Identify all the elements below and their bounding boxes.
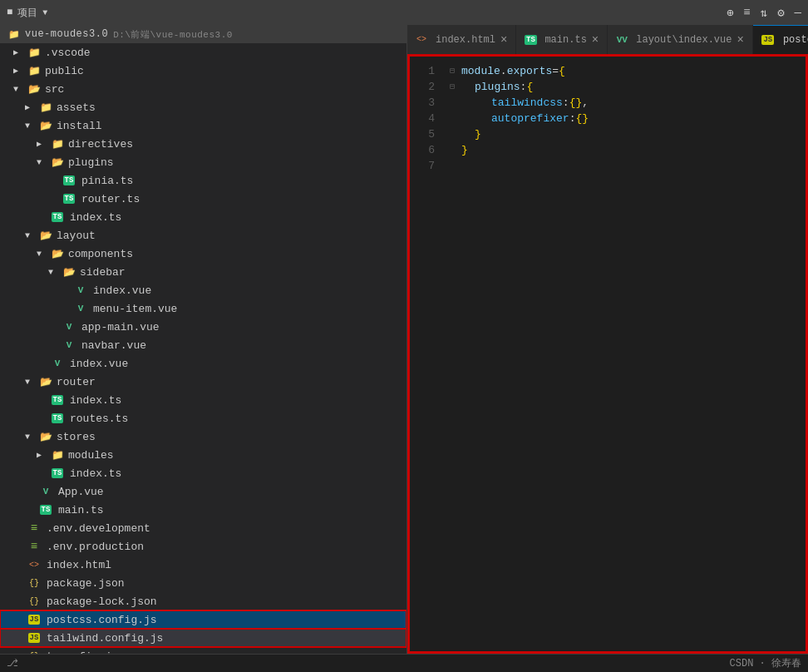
code-line-7: [450, 158, 806, 174]
ts-routes-icon: [50, 411, 65, 426]
tree-item[interactable]: routes.ts: [0, 409, 406, 427]
tree-item[interactable]: layout: [0, 226, 406, 245]
add-icon[interactable]: ⊕: [727, 6, 733, 20]
tree-item[interactable]: .vscode: [0, 43, 406, 62]
tree-item[interactable]: assets: [0, 98, 406, 116]
tree-item[interactable]: modules: [0, 446, 406, 464]
env-dev-icon: [27, 521, 42, 536]
arrow-sidebar: [48, 268, 62, 277]
html-tab-icon: [416, 32, 427, 47]
tree-item[interactable]: sidebar: [0, 263, 406, 281]
folder-components-icon: [50, 246, 65, 261]
json-package-icon: [27, 576, 42, 590]
tree-item[interactable]: package-lock.json: [0, 592, 406, 610]
folder-layout-icon: [38, 228, 53, 243]
arrow-install: [25, 121, 38, 131]
tab-postcss-config-js[interactable]: postcss.config.js ×: [753, 25, 808, 54]
fold-icon-1[interactable]: [450, 63, 461, 79]
code-line-6: }: [450, 142, 806, 158]
fold-icon-2[interactable]: [450, 79, 461, 95]
title-bar-dropdown-icon[interactable]: ▼: [42, 8, 47, 17]
tab-index-html[interactable]: index.html ×: [407, 25, 516, 54]
vue-app-icon: [38, 484, 53, 499]
vue-navbar-icon: [62, 338, 76, 353]
tree-item[interactable]: components: [0, 245, 406, 263]
branding: CSDN · 徐寿春: [730, 656, 801, 670]
tree-item-tailwind[interactable]: tailwind.config.js: [0, 629, 406, 647]
arrow-router: [25, 378, 38, 387]
folder-sidebar-icon: [62, 264, 76, 279]
folder-directives-icon: [50, 136, 65, 151]
html-index-icon: [27, 557, 42, 572]
tab-label-postcss-config-js: postcss.config.js: [783, 34, 808, 46]
code-line-2: plugins: {: [450, 79, 806, 95]
tab-main-ts[interactable]: main.ts ×: [516, 25, 608, 54]
code-line-3: tailwindcss: {},: [450, 95, 806, 111]
code-editor: 1 2 3 4 5 6 7 module.exports = { plugins…: [407, 54, 808, 654]
tree-item[interactable]: public: [0, 62, 406, 80]
tree-item[interactable]: index.ts: [0, 464, 406, 482]
tab-close-layout-index-vue[interactable]: ×: [737, 33, 743, 47]
folder-modules-icon: [50, 447, 65, 462]
settings-icon[interactable]: ⚙: [777, 6, 784, 20]
tab-label-layout-index-vue: layout\index.vue: [636, 34, 732, 46]
title-bar-project-label: 项目: [17, 6, 37, 20]
bottom-bar: ⎇ CSDN · 徐寿春: [0, 654, 808, 672]
split-icon[interactable]: ⇅: [761, 6, 767, 20]
tree-item[interactable]: router.ts: [0, 190, 406, 208]
tree-item[interactable]: index.ts: [0, 208, 406, 226]
tree-item[interactable]: navbar.vue: [0, 336, 406, 354]
tree-item[interactable]: app-main.vue: [0, 318, 406, 336]
arrow-directives: [37, 139, 50, 149]
tree-item[interactable]: stores: [0, 427, 406, 446]
tab-close-index-html[interactable]: ×: [500, 33, 507, 47]
tree-item[interactable]: .env.development: [0, 519, 406, 537]
vue-tab-icon: V: [616, 32, 628, 47]
code-line-4: autoprefixer: {}: [450, 111, 806, 126]
tree-item[interactable]: install: [0, 116, 406, 135]
folder-install-icon: [38, 118, 53, 133]
vue-layout-index-icon: [50, 356, 65, 371]
tab-close-main-ts[interactable]: ×: [592, 33, 599, 47]
json-tsconfig-icon: [27, 649, 42, 654]
arrow-src: [13, 85, 27, 94]
folder-public-icon: [27, 63, 42, 78]
title-bar-icon: ■: [7, 7, 12, 18]
tree-item[interactable]: index.ts: [0, 391, 406, 409]
tree-item-postcss[interactable]: postcss.config.js: [0, 610, 406, 629]
tree-item[interactable]: index.vue: [0, 281, 406, 299]
tree-item[interactable]: .env.production: [0, 537, 406, 556]
tree-item[interactable]: index.html: [0, 556, 406, 574]
tab-bar: index.html × main.ts × V layout\index.vu…: [407, 25, 808, 54]
title-bar-icons: ⊕ ≡ ⇅ ⚙ —: [727, 6, 801, 20]
tree-item[interactable]: tsconfig.json: [0, 647, 406, 654]
tree-item[interactable]: pinia.ts: [0, 171, 406, 190]
code-content: module.exports = { plugins: { tailwindcs…: [443, 63, 806, 645]
arrow-vscode: [13, 47, 27, 57]
vue-app-main-icon: [62, 319, 76, 334]
tree-item[interactable]: index.vue: [0, 354, 406, 373]
ts-pinia-icon: [62, 173, 76, 188]
minimize-icon[interactable]: —: [795, 6, 801, 20]
tree-item[interactable]: src: [0, 80, 406, 98]
menu-icon[interactable]: ≡: [743, 6, 750, 20]
tree-item[interactable]: main.ts: [0, 501, 406, 519]
tree-item[interactable]: App.vue: [0, 482, 406, 501]
tab-layout-index-vue[interactable]: V layout\index.vue ×: [608, 25, 753, 54]
tree-item[interactable]: router: [0, 373, 406, 391]
js-tab-icon: [761, 32, 775, 47]
arrow-components: [37, 250, 50, 259]
tab-label-main-ts: main.ts: [544, 34, 586, 46]
arrow-public: [13, 66, 27, 76]
tree-item[interactable]: directives: [0, 135, 406, 153]
vue-menu-item-icon: [73, 301, 88, 316]
arrow-stores: [25, 432, 38, 442]
vue-sidebar-index-icon: [73, 283, 88, 298]
project-path: D:\前端\vue-moudes3.0: [113, 28, 233, 41]
tab-label-index-html: index.html: [436, 34, 495, 46]
tree-item[interactable]: menu-item.vue: [0, 299, 406, 318]
panel-section-project: 📁 vue-moudes3.0 D:\前端\vue-moudes3.0: [0, 25, 406, 43]
folder-vscode-icon: [27, 45, 42, 60]
tree-item[interactable]: plugins: [0, 153, 406, 171]
tree-item[interactable]: package.json: [0, 574, 406, 592]
